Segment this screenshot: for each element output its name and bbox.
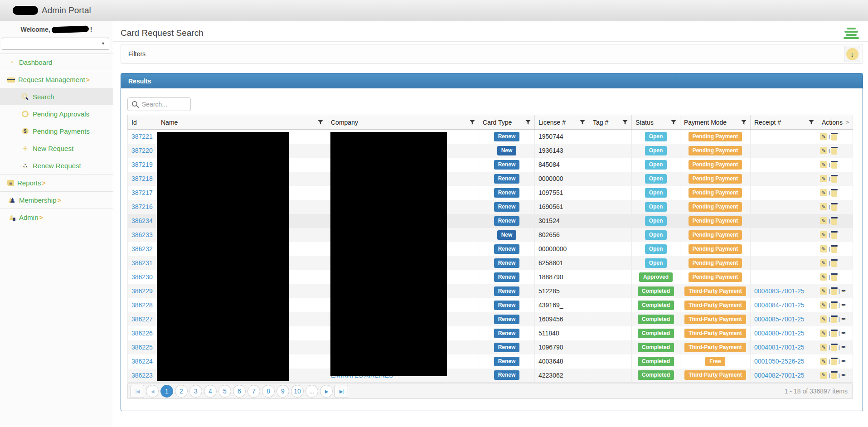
edit-icon[interactable]: ✎ bbox=[820, 175, 827, 182]
column-header-actions[interactable]: Actions> bbox=[818, 115, 853, 130]
trash-icon[interactable] bbox=[831, 373, 837, 379]
page-button-1[interactable]: 1 bbox=[160, 385, 173, 398]
edit-icon[interactable]: ✎ bbox=[820, 330, 827, 337]
page-button-6[interactable]: 6 bbox=[233, 385, 246, 398]
receipt-link[interactable]: 0004082-7001-25 bbox=[754, 372, 805, 379]
page-button-3[interactable]: 3 bbox=[189, 385, 202, 398]
edit-icon[interactable]: ✎ bbox=[820, 133, 827, 140]
sidebar-item-reports[interactable]: Reports> bbox=[0, 174, 113, 191]
more-pages-button[interactable]: ... bbox=[305, 385, 318, 398]
sidebar-item-membership[interactable]: Membership> bbox=[0, 191, 113, 209]
sidebar-item-request-management[interactable]: Request Management> bbox=[0, 71, 113, 88]
receipt-link[interactable]: 0001050-2526-25 bbox=[754, 358, 805, 365]
sidebar-item-admin[interactable]: Admin> bbox=[0, 209, 113, 226]
request-id-link[interactable]: 387220 bbox=[131, 147, 153, 154]
edit-icon[interactable]: ✎ bbox=[820, 315, 827, 323]
column-header-id[interactable]: Id bbox=[128, 115, 157, 130]
page-button-4[interactable]: 4 bbox=[204, 385, 217, 398]
sign-icon[interactable]: ✒ bbox=[841, 288, 846, 294]
filter-funnel-icon[interactable] bbox=[525, 120, 531, 125]
sidebar-item-dashboard[interactable]: Dashboard bbox=[0, 53, 113, 71]
trash-icon[interactable] bbox=[831, 190, 837, 197]
column-header-company[interactable]: Company bbox=[327, 115, 479, 130]
page-button-5[interactable]: 5 bbox=[218, 385, 231, 398]
trash-icon[interactable] bbox=[831, 331, 837, 337]
menu-icon[interactable] bbox=[844, 27, 859, 39]
trash-icon[interactable] bbox=[831, 176, 837, 183]
trash-icon[interactable] bbox=[831, 162, 837, 169]
trash-icon[interactable] bbox=[831, 289, 837, 295]
request-id-link[interactable]: 386228 bbox=[131, 301, 153, 309]
receipt-link[interactable]: 0004084-7001-25 bbox=[754, 301, 805, 309]
column-header-payment-mode[interactable]: Payment Mode bbox=[680, 115, 751, 130]
last-page-button[interactable]: ▶| bbox=[335, 385, 348, 398]
sidebar-item-search[interactable]: Search bbox=[0, 88, 113, 105]
previous-page-button[interactable]: ◀ bbox=[146, 385, 159, 398]
edit-icon[interactable]: ✎ bbox=[820, 259, 827, 267]
edit-icon[interactable]: ✎ bbox=[820, 301, 827, 309]
column-header-receipt[interactable]: Receipt # bbox=[751, 115, 818, 130]
edit-icon[interactable]: ✎ bbox=[820, 245, 827, 252]
trash-icon[interactable] bbox=[831, 303, 837, 309]
page-button-7[interactable]: 7 bbox=[247, 385, 260, 398]
trash-icon[interactable] bbox=[831, 148, 837, 155]
next-page-button[interactable]: ▶ bbox=[320, 385, 333, 398]
receipt-link[interactable]: 0004085-7001-25 bbox=[754, 315, 805, 323]
sidebar-item-new-request[interactable]: New Request bbox=[0, 140, 113, 157]
receipt-link[interactable]: 0004080-7001-25 bbox=[754, 330, 805, 337]
edit-icon[interactable]: ✎ bbox=[820, 273, 827, 281]
trash-icon[interactable] bbox=[831, 359, 837, 365]
request-id-link[interactable]: 386223 bbox=[131, 372, 153, 379]
page-button-9[interactable]: 9 bbox=[276, 385, 289, 398]
request-id-link[interactable]: 387218 bbox=[131, 175, 153, 182]
request-id-link[interactable]: 387217 bbox=[131, 189, 153, 196]
edit-icon[interactable]: ✎ bbox=[820, 358, 827, 365]
column-header-license[interactable]: License # bbox=[535, 115, 589, 130]
column-header-card-type[interactable]: Card Type bbox=[479, 115, 535, 130]
edit-icon[interactable]: ✎ bbox=[820, 344, 827, 351]
column-header-name[interactable]: Name bbox=[157, 115, 327, 130]
page-button-2[interactable]: 2 bbox=[175, 385, 188, 398]
trash-icon[interactable] bbox=[831, 261, 837, 267]
request-id-link[interactable]: 386231 bbox=[131, 259, 153, 267]
first-page-button[interactable]: |◀ bbox=[131, 385, 144, 398]
edit-icon[interactable]: ✎ bbox=[820, 189, 827, 196]
request-id-link[interactable]: 386232 bbox=[131, 245, 153, 252]
receipt-link[interactable]: 0004083-7001-25 bbox=[754, 287, 805, 295]
request-id-link[interactable]: 386230 bbox=[131, 273, 153, 281]
filter-funnel-icon[interactable] bbox=[580, 120, 585, 125]
filter-funnel-icon[interactable] bbox=[671, 120, 676, 125]
search-input[interactable] bbox=[141, 100, 187, 108]
trash-icon[interactable] bbox=[831, 204, 837, 211]
trash-icon[interactable] bbox=[831, 317, 837, 323]
page-button-10[interactable]: 10 bbox=[291, 385, 304, 398]
trash-icon[interactable] bbox=[831, 233, 837, 239]
edit-icon[interactable]: ✎ bbox=[820, 203, 827, 210]
filter-funnel-icon[interactable] bbox=[318, 120, 323, 125]
edit-icon[interactable]: ✎ bbox=[820, 231, 827, 238]
sign-icon[interactable]: ✒ bbox=[841, 330, 846, 336]
edit-icon[interactable]: ✎ bbox=[820, 161, 827, 168]
sidebar-dropdown[interactable]: ▼ bbox=[2, 38, 109, 50]
request-id-link[interactable]: 387216 bbox=[131, 203, 153, 210]
request-id-link[interactable]: 386224 bbox=[131, 358, 153, 365]
trash-icon[interactable] bbox=[831, 345, 837, 351]
sign-icon[interactable]: ✒ bbox=[841, 316, 846, 322]
column-header-status[interactable]: Status bbox=[632, 115, 680, 130]
sign-icon[interactable]: ✒ bbox=[841, 302, 846, 308]
filter-funnel-icon[interactable] bbox=[809, 120, 814, 125]
filter-funnel-icon[interactable] bbox=[622, 120, 628, 125]
request-id-link[interactable]: 386225 bbox=[131, 344, 153, 351]
sidebar-item-pending-approvals[interactable]: Pending Approvals bbox=[0, 105, 113, 122]
page-button-8[interactable]: 8 bbox=[262, 385, 275, 398]
edit-icon[interactable]: ✎ bbox=[820, 372, 827, 379]
request-id-link[interactable]: 386227 bbox=[131, 315, 153, 323]
filter-funnel-icon[interactable] bbox=[470, 120, 475, 125]
edit-icon[interactable]: ✎ bbox=[820, 287, 827, 295]
request-id-link[interactable]: 387221 bbox=[131, 133, 153, 140]
sign-icon[interactable]: ✒ bbox=[841, 344, 846, 350]
request-id-link[interactable]: 386234 bbox=[131, 217, 153, 224]
trash-icon[interactable] bbox=[831, 247, 837, 253]
request-id-link[interactable]: 386229 bbox=[131, 287, 153, 295]
filter-funnel-icon[interactable] bbox=[741, 120, 747, 125]
